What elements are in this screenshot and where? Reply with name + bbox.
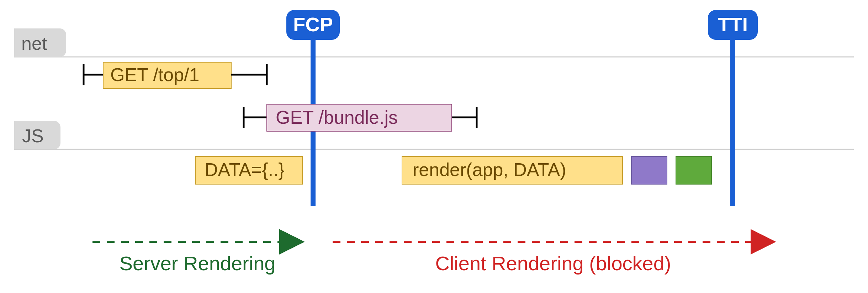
rendering-timeline-diagram: net JS FCP TTI GET /top/1 GET /bundle.js…	[0, 0, 868, 293]
svg-text:GET /top/1: GET /top/1	[110, 64, 200, 85]
tti-marker: TTI	[708, 10, 758, 206]
phase-label-server: Server Rendering	[120, 252, 276, 275]
lane-label-js: JS	[14, 121, 60, 149]
svg-text:DATA={..}: DATA={..}	[205, 159, 285, 180]
js-task-green	[676, 156, 711, 184]
svg-text:GET /bundle.js: GET /bundle.js	[276, 107, 398, 128]
svg-text:JS: JS	[22, 126, 44, 146]
svg-text:render(app, DATA): render(app, DATA)	[413, 159, 566, 180]
svg-text:net: net	[21, 33, 47, 54]
net-request-bundle: GET /bundle.js	[244, 104, 477, 131]
svg-text:FCP: FCP	[293, 13, 333, 36]
js-render-box: render(app, DATA)	[402, 156, 623, 184]
svg-text:TTI: TTI	[718, 13, 748, 36]
net-request-top1: GET /top/1	[84, 62, 267, 89]
phase-label-client: Client Rendering (blocked)	[435, 252, 671, 275]
js-task-purple	[631, 156, 667, 184]
lane-label-net: net	[14, 28, 66, 57]
js-data-box: DATA={..}	[196, 156, 302, 184]
